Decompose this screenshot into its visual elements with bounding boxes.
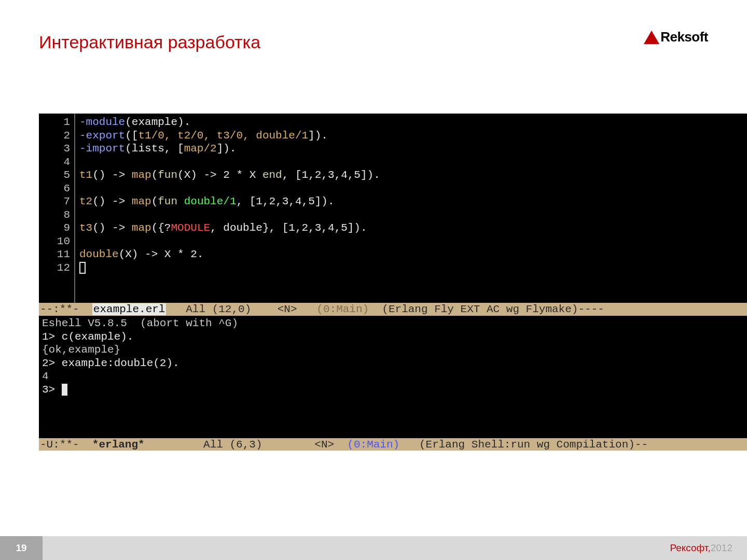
shell-line: 2> example:double(2). [42,357,744,370]
line-number: 2 [41,129,70,143]
code-line [79,156,743,169]
shell-pane: Eshell V5.8.5 (abort with ^G) 1> c(examp… [39,316,747,438]
line-number: 10 [41,235,70,248]
code-line: t2() -> map(fun double/1, [1,2,3,4,5]). [79,195,743,208]
line-number: 3 [41,142,70,156]
code-line: -export([t1/0, t2/0, t3/0, double/1]). [79,129,743,143]
line-number: 4 [41,156,70,169]
line-number: 12 [41,261,70,275]
svg-marker-0 [644,31,659,44]
page-number: 19 [0,536,43,560]
editor-cursor-icon [79,262,86,273]
terminal-screenshot: 1 2 3 4 5 6 7 8 9 10 11 12 -module(examp… [39,114,747,451]
footer-year: 2012 [711,542,732,554]
editor-pane: 1 2 3 4 5 6 7 8 9 10 11 12 -module(examp… [39,114,747,303]
code-line [79,261,743,275]
line-number: 9 [41,221,70,235]
shell-line: {ok,example} [42,343,744,357]
code-line: t1() -> map(fun(X) -> 2 * X end, [1,2,3,… [79,169,743,182]
footer: 19 Рексофт, 2012 [0,536,747,560]
shell-line: 1> c(example). [42,330,744,344]
code-line: -module(example). [79,116,743,129]
line-number: 7 [41,195,70,208]
line-number: 5 [41,169,70,182]
footer-bar: Рексофт, 2012 [43,536,747,560]
logo: Reksoft [644,29,708,45]
code-line: -import(lists, [map/2]). [79,142,743,156]
code-line [79,208,743,222]
footer-company: Рексофт, [670,542,710,554]
shell-line: 4 [42,370,744,383]
code-line: double(X) -> X * 2. [79,248,743,261]
logo-text: Reksoft [660,29,708,45]
code-line [79,235,743,248]
code-area: -module(example). -export([t1/0, t2/0, t… [75,114,747,303]
modeline-editor: --:**- example.erl All (12,0) <N> (0:Mai… [39,303,747,316]
line-number: 1 [41,116,70,129]
shell-cursor-icon [62,384,68,395]
line-number: 11 [41,248,70,261]
line-number-gutter: 1 2 3 4 5 6 7 8 9 10 11 12 [39,114,75,303]
line-number: 6 [41,182,70,195]
line-number: 8 [41,208,70,222]
modeline-shell: -U:**- *erlang* All (6,3) <N> (0:Main) (… [39,438,747,451]
shell-line: 3> [42,383,744,397]
code-line: t3() -> map({?MODULE, double}, [1,2,3,4,… [79,221,743,235]
logo-triangle-icon [644,31,659,44]
slide-title: Интерактивная разработка [39,32,260,52]
code-line [79,182,743,195]
shell-banner: Eshell V5.8.5 (abort with ^G) [42,317,744,330]
